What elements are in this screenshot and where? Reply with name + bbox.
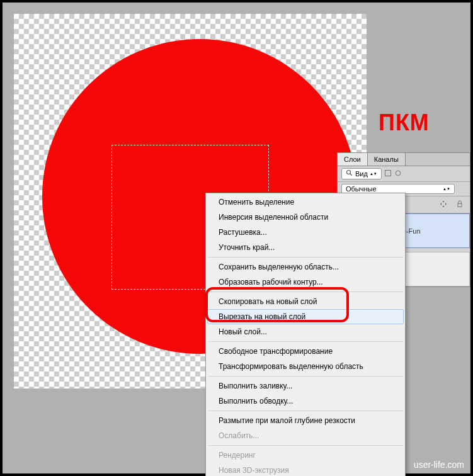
panel-search-row: Вид ▲▼ <box>338 166 470 182</box>
watermark: user-life.com <box>414 460 464 470</box>
app-frame: ПКМ Слои Каналы Вид ▲▼ Обычные ▲▼ <box>3 3 470 473</box>
menu-item[interactable]: Свободное трансформирование <box>207 344 404 359</box>
menu-item: Ослабить... <box>207 428 404 443</box>
menu-item[interactable]: Выполнить обводку... <box>207 394 404 409</box>
svg-point-3 <box>396 171 401 176</box>
rmb-annotation: ПКМ <box>379 110 430 136</box>
chevron-updown-icon: ▲▼ <box>370 173 377 176</box>
menu-item[interactable]: Скопировать на новый слой <box>207 294 404 309</box>
blend-mode-value: Обычные <box>346 185 377 193</box>
menu-item[interactable]: Трансформировать выделенную область <box>207 359 404 374</box>
search-icon <box>346 169 353 178</box>
menu-separator <box>208 411 403 411</box>
panel-tabs: Слои Каналы <box>338 153 470 166</box>
lock-icon[interactable] <box>456 200 464 209</box>
menu-item[interactable]: Инверсия выделенной области <box>207 210 404 225</box>
move-icon[interactable] <box>440 200 447 209</box>
menu-item[interactable]: Уточнить край... <box>207 240 404 255</box>
menu-separator <box>208 376 403 377</box>
filter-icon-2[interactable] <box>394 169 402 178</box>
svg-line-1 <box>350 174 352 176</box>
menu-item[interactable]: Образовать рабочий контур... <box>207 275 404 290</box>
filter-label: Вид <box>355 170 368 178</box>
tab-channels[interactable]: Каналы <box>368 153 406 166</box>
menu-item[interactable]: Отменить выделение <box>207 195 404 210</box>
menu-separator <box>208 257 403 258</box>
svg-rect-4 <box>458 203 462 207</box>
svg-rect-2 <box>385 171 390 176</box>
menu-separator <box>208 341 403 342</box>
context-menu: Отменить выделениеИнверсия выделенной об… <box>205 193 406 476</box>
tab-layers[interactable]: Слои <box>338 153 368 166</box>
menu-item[interactable]: Новый слой... <box>207 324 404 339</box>
menu-separator <box>208 292 403 292</box>
menu-item: Новая 3D-экструзия <box>207 463 404 476</box>
svg-point-0 <box>347 171 351 174</box>
filter-type-dropdown[interactable]: Вид ▲▼ <box>341 168 382 179</box>
menu-separator <box>208 445 403 446</box>
menu-item[interactable]: Размытие при малой глубине резкости <box>207 413 404 428</box>
menu-item[interactable]: Вырезать на новый слой <box>207 309 404 324</box>
menu-item[interactable]: Растушевка... <box>207 225 404 240</box>
filter-icon-1[interactable] <box>384 169 392 178</box>
menu-item[interactable]: Выполнить заливку... <box>207 378 404 394</box>
chevron-updown-icon: ▲▼ <box>443 188 450 191</box>
menu-item: Рендеринг <box>207 448 404 463</box>
menu-item[interactable]: Сохранить выделенную область... <box>207 259 404 275</box>
